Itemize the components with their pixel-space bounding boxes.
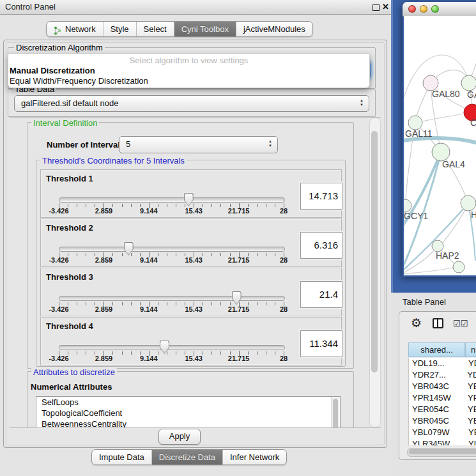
slider-track[interactable]	[59, 197, 285, 203]
cell-name[interactable]: YBR0	[464, 415, 476, 427]
network-node-h[interactable]	[461, 196, 476, 211]
network-canvas[interactable]: GAL80GACGAL11GAL4GCY1HHAP2	[404, 16, 476, 275]
cell-name[interactable]: YPR1	[464, 392, 476, 404]
cell-name[interactable]: YBR0	[464, 381, 476, 392]
slider-tick	[176, 351, 176, 355]
cell-name[interactable]: YER0	[464, 404, 476, 415]
tab-discretize-data[interactable]: Discretize Data	[151, 450, 222, 464]
popup-item-equal-width-frequency[interactable]: Equal Width/Frequency Discretization	[10, 76, 148, 86]
tab-select[interactable]: Select	[136, 22, 174, 36]
numerical-attributes-list[interactable]: SelfLoopsTopologicalCoefficientBetweenne…	[36, 396, 341, 428]
network-view-window[interactable]: GAL80GACGAL11GAL4GCY1HHAP2	[403, 2, 476, 277]
slider-tick-label: 21.715	[228, 305, 250, 313]
network-node-gcy1[interactable]	[404, 199, 411, 212]
tab-infer-network[interactable]: Infer Network	[222, 450, 286, 464]
network-node-ga[interactable]	[461, 75, 476, 91]
slider-track[interactable]	[59, 296, 285, 301]
float-window-icon[interactable]	[372, 4, 380, 11]
table-row[interactable]: YBR043CYBR0	[409, 381, 476, 392]
slider-tick	[257, 351, 257, 355]
cell-name[interactable]: YDL1	[465, 358, 476, 369]
network-node-gal11[interactable]	[408, 116, 422, 130]
gear-icon[interactable]: ⚙	[411, 316, 422, 330]
settings-vertical-scrollbar[interactable]	[369, 118, 381, 427]
attribute-item-betweennesscentrality[interactable]: BetweennessCentrality	[36, 418, 340, 428]
slider-thumb[interactable]	[232, 291, 242, 305]
slider-tick	[176, 302, 176, 305]
table-row[interactable]: YLR345WYLR3	[409, 438, 476, 445]
slider-tick	[77, 302, 77, 305]
cell-shared-name[interactable]: YPR145W	[409, 392, 464, 404]
table-row[interactable]: YBR045CYBR0	[409, 415, 476, 427]
columns-icon[interactable]	[433, 318, 443, 328]
table-row[interactable]: YER054CYER0	[409, 404, 476, 415]
minimize-traffic-light-icon[interactable]	[420, 5, 427, 13]
slider-tick	[167, 302, 167, 305]
num-intervals-label: Number of Intervals	[47, 140, 125, 150]
slider-tick	[112, 253, 113, 256]
table-row[interactable]: YDL19...YDL1	[409, 358, 476, 369]
attribute-item-topologicalcoefficient[interactable]: TopologicalCoefficient	[36, 408, 340, 418]
network-node[interactable]	[453, 261, 464, 273]
tab-impute-data[interactable]: Impute Data	[92, 450, 151, 464]
tab-label: Discretize Data	[159, 450, 215, 464]
cell-shared-name[interactable]: YBR045C	[409, 415, 464, 427]
slider-track[interactable]	[59, 247, 285, 252]
apply-button[interactable]: Apply	[158, 429, 201, 445]
attribute-item-selfloops[interactable]: SelfLoops	[36, 397, 340, 408]
table-row[interactable]: YBL079WYBL0	[409, 427, 476, 438]
table-rows[interactable]: YDL19...YDL1YDR27...YDR2YBR043CYBR0YPR14…	[408, 358, 476, 445]
cell-shared-name[interactable]: YDL19...	[409, 358, 465, 369]
table-data-combobox[interactable]: galFiltered.sif default node ▲▼	[14, 95, 369, 112]
slider-tick	[122, 351, 123, 355]
attributes-list-scrollbar[interactable]	[331, 397, 339, 428]
column-header-shared-name[interactable]: shared...	[408, 342, 465, 357]
cell-shared-name[interactable]: YBR043C	[409, 381, 464, 392]
cell-shared-name[interactable]: YLR345W	[409, 438, 465, 445]
slider-tick	[112, 302, 113, 305]
slider-thumb[interactable]	[160, 341, 169, 354]
table-horizontal-scrollbar[interactable]	[407, 448, 476, 457]
network-graph[interactable]: GAL80GACGAL11GAL4GCY1HHAP2	[404, 16, 476, 275]
slider-track[interactable]	[59, 345, 285, 350]
close-traffic-light-icon[interactable]	[408, 5, 416, 13]
select-columns-checkboxes-icon[interactable]: ☑☑	[453, 319, 468, 328]
slider-tick-label: 21.715	[228, 207, 250, 215]
threshold-value-field[interactable]: 21.4	[300, 281, 342, 308]
cell-name[interactable]: YLR3	[465, 438, 476, 445]
column-header-name[interactable]: n	[465, 342, 476, 357]
slider-tick	[220, 204, 221, 207]
slider-tick-label: 9.144	[140, 207, 158, 215]
slider-thumb[interactable]	[184, 193, 194, 206]
zoom-traffic-light-icon[interactable]	[431, 5, 439, 13]
popup-item-manual-discretization[interactable]: Manual Discretization	[10, 66, 95, 75]
network-node-gal4[interactable]	[432, 143, 450, 161]
table-row[interactable]: YPR145WYPR1	[409, 392, 476, 404]
network-icon	[54, 25, 62, 34]
tab-jactivemnodules[interactable]: jActiveMNodules	[236, 22, 312, 36]
slider-tick	[112, 351, 113, 355]
tab-style[interactable]: Style	[103, 22, 136, 36]
threshold-value-field[interactable]: 11.344	[300, 330, 342, 357]
tab-cyni-toolbox[interactable]: Cyni Toolbox	[174, 22, 236, 36]
slider-tick	[86, 253, 86, 256]
threshold-value-field[interactable]: 14.713	[300, 183, 342, 210]
cell-shared-name[interactable]: YBL079W	[409, 427, 465, 438]
slider-tick	[275, 253, 275, 256]
tab-network[interactable]: Network	[47, 22, 103, 36]
cell-name[interactable]: YBL0	[465, 427, 476, 438]
table-row[interactable]: YDR27...YDR2	[409, 369, 476, 381]
combo-stepper-icon: ▲▼	[360, 98, 364, 107]
cell-shared-name[interactable]: YDR27...	[409, 369, 464, 381]
threshold-value-field[interactable]: 6.316	[300, 232, 342, 259]
combo-stepper-icon: ▲▼	[268, 139, 272, 148]
cell-shared-name[interactable]: YER054C	[409, 404, 464, 415]
slider-tick	[266, 351, 266, 355]
slider-tick-label: 9.144	[140, 305, 158, 313]
threshold-label: Threshold 3	[46, 272, 93, 282]
num-intervals-combobox[interactable]: 5 ▲▼	[119, 136, 278, 153]
close-icon[interactable]: ✕	[382, 2, 389, 12]
network-window-titlebar[interactable]	[403, 2, 476, 17]
slider-thumb[interactable]	[124, 242, 134, 256]
cell-name[interactable]: YDR2	[464, 369, 476, 381]
